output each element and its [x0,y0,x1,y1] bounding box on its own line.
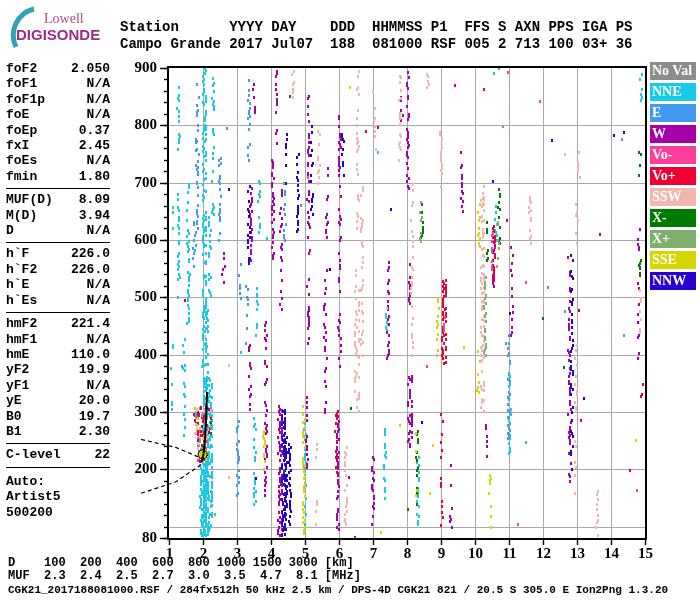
logo-digisonde-text: DIGISONDE [16,26,100,43]
param-row: foF1pN/A [6,92,110,107]
legend-item: No Val [650,62,696,80]
legend-item: Vo- [650,146,696,164]
param-row: B019.7 [6,409,110,424]
param-value: 226.0 [71,262,110,277]
param-row: h`EsN/A [6,293,110,308]
legend-item: X+ [650,230,696,248]
param-row: Artist5 [6,489,110,504]
param-value: 8.09 [79,192,110,207]
param-row: 500200 [6,505,110,520]
param-row: h`F2226.0 [6,262,110,277]
param-label: D [6,223,14,238]
echo-type-legend: No ValNNEEWVo-Vo+SSWX-X+SSENNW [650,62,696,293]
param-label: hmE [6,347,29,362]
param-row: MUF(D)8.09 [6,192,110,207]
param-row: hmE110.0 [6,347,110,362]
legend-label: SSW [650,189,682,205]
legend-item: E [650,104,696,122]
param-label: foEp [6,123,37,138]
param-value: 1.80 [79,169,110,184]
legend-label: Vo- [650,147,673,163]
param-label: hmF1 [6,332,37,347]
legend-item: NNE [650,83,696,101]
param-group: MUF(D)8.09M(D)3.94DN/A [6,192,110,243]
param-row: foEN/A [6,107,110,122]
param-label: foF1p [6,92,45,107]
param-value: N/A [87,378,110,393]
param-group: Auto:Artist5500200 [6,474,110,524]
param-row: yF1N/A [6,378,110,393]
legend-label: X- [650,210,667,226]
param-row: foF22.050 [6,61,110,76]
param-value: 2.30 [79,424,110,439]
param-label: M(D) [6,208,37,223]
scaled-parameters-panel: foF22.050foF1N/AfoF1pN/AfoEN/AfoEp0.37fx… [6,61,110,527]
param-label: yE [6,393,22,408]
param-row: M(D)3.94 [6,208,110,223]
header-values: Campo Grande 2017 Jul07 188 081000 RSF 0… [120,37,632,52]
param-group: C-level22 [6,447,110,467]
param-value: 2.45 [79,138,110,153]
legend-label: NNE [650,84,682,100]
legend-item: SSE [650,251,696,269]
param-label: foE [6,107,29,122]
param-value: N/A [87,153,110,168]
param-value: 110.0 [71,347,110,362]
param-row: fmin1.80 [6,169,110,184]
param-label: Artist5 [6,489,61,504]
param-row: Auto: [6,474,110,489]
legend-label: W [650,126,666,142]
param-label: foF2 [6,61,37,76]
param-value: N/A [87,107,110,122]
digisonde-ionogram-page: { "logo": {"line1": "Lowell", "line2": "… [0,0,700,600]
param-row: h`F226.0 [6,246,110,261]
param-value: N/A [87,277,110,292]
param-value: N/A [87,293,110,308]
param-row: yE20.0 [6,393,110,408]
param-row: yF219.9 [6,362,110,377]
legend-item: W [650,125,696,143]
param-value: 22 [94,447,110,462]
legend-item: X- [650,209,696,227]
param-value: 20.0 [79,393,110,408]
legend-label: Vo+ [650,168,676,184]
param-row: C-level22 [6,447,110,462]
param-label: fmin [6,169,37,184]
param-label: h`Es [6,293,37,308]
param-label: fxI [6,138,29,153]
param-label: h`F2 [6,262,37,277]
legend-label: SSE [650,252,677,268]
param-value: 226.0 [71,246,110,261]
legend-item: SSW [650,188,696,206]
file-info-footer: CGK21_2017188081000.RSF / 284fx512h 50 k… [8,584,668,596]
param-label: h`E [6,277,29,292]
param-value: 221.4 [71,316,110,331]
legend-label: NNW [650,273,686,289]
param-label: foEs [6,153,37,168]
param-value: 3.94 [79,208,110,223]
logo-lowell-text: Lowell [44,11,84,27]
param-label: hmF2 [6,316,37,331]
param-row: foEp0.37 [6,123,110,138]
param-label: yF1 [6,378,29,393]
param-value: N/A [87,92,110,107]
param-label: B1 [6,424,22,439]
param-row: hmF2221.4 [6,316,110,331]
param-value: N/A [87,223,110,238]
distance-row: D 100 200 400 600 800 1000 1500 3000 [km… [8,556,354,570]
legend-item: NNW [650,272,696,290]
param-row: fxI2.45 [6,138,110,153]
legend-label: No Val [650,63,692,79]
legend-label: E [650,105,661,121]
param-label: C-level [6,447,61,462]
param-value: N/A [87,76,110,91]
muf-row: MUF 2.3 2.4 2.5 2.7 3.0 3.5 4.7 8.1 [MHz… [8,569,361,583]
param-row: hmF1N/A [6,332,110,347]
param-label: MUF(D) [6,192,53,207]
param-value: 2.050 [71,61,110,76]
param-value: N/A [87,332,110,347]
param-label: yF2 [6,362,29,377]
param-group: hmF2221.4hmF1N/AhmE110.0yF219.9yF1N/AyE2… [6,316,110,444]
legend-label: X+ [650,231,670,247]
param-row: foF1N/A [6,76,110,91]
